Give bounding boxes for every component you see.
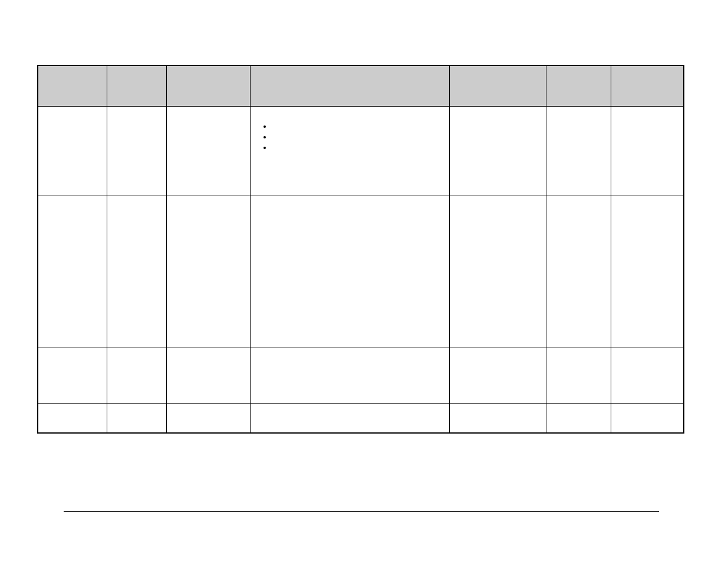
- table-row: [38, 348, 684, 404]
- table-cell: [38, 196, 107, 348]
- table-cell: [166, 348, 250, 404]
- table-cell: [546, 107, 611, 196]
- table-cell: [107, 107, 166, 196]
- table-header-cell: [166, 65, 250, 107]
- table-cell: [449, 348, 546, 404]
- table-cell: [38, 348, 107, 404]
- table-cell: [546, 348, 611, 404]
- table-cell: [250, 107, 449, 196]
- table-header-cell: [38, 65, 107, 107]
- table-cell: [166, 107, 250, 196]
- table-cell: [166, 196, 250, 348]
- table-cell: [611, 196, 684, 348]
- table-cell: [449, 404, 546, 433]
- table-cell: [38, 404, 107, 433]
- table-cell: [107, 404, 166, 433]
- table-cell: [611, 404, 684, 433]
- table-cell: [107, 196, 166, 348]
- table-header-cell: [546, 65, 611, 107]
- bullet-item: [272, 131, 443, 142]
- table-cell: [250, 196, 449, 348]
- table-row: [38, 404, 684, 433]
- table-header-cell: [107, 65, 166, 107]
- footer-rule: [64, 511, 659, 512]
- document-page: [0, 0, 728, 562]
- table-header-row: [38, 65, 684, 107]
- bullet-list: [256, 121, 443, 153]
- table-cell: [38, 107, 107, 196]
- bullet-item: [272, 121, 443, 131]
- table-row: [38, 107, 684, 196]
- table-row: [38, 196, 684, 348]
- table-cell: [107, 348, 166, 404]
- table-cell: [166, 404, 250, 433]
- table-cell: [546, 196, 611, 348]
- bullet-item: [272, 142, 443, 153]
- table-cell: [546, 404, 611, 433]
- table-cell: [611, 348, 684, 404]
- table-header-cell: [250, 65, 449, 107]
- table-cell: [250, 404, 449, 433]
- table-header-cell: [611, 65, 684, 107]
- table-cell: [449, 196, 546, 348]
- table-cell: [611, 107, 684, 196]
- document-table: [37, 65, 684, 434]
- table-header-cell: [449, 65, 546, 107]
- table-cell: [449, 107, 546, 196]
- table-cell: [250, 348, 449, 404]
